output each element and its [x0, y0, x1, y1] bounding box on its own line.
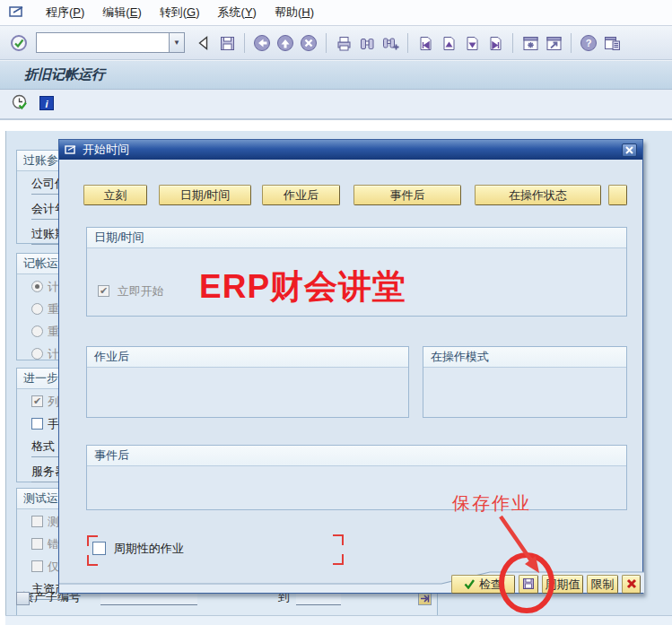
save-note-text: 保存作业 [452, 491, 531, 516]
dialog-screen-icon [65, 144, 77, 155]
after-job-button[interactable]: 作业后 [262, 185, 340, 205]
immediate-start-checkbox [98, 285, 109, 297]
status-strip [5, 615, 672, 625]
restrictions-button[interactable]: 限制 [587, 575, 618, 594]
radio-planned-run [31, 281, 43, 292]
annotation-corner-br [333, 554, 344, 565]
dialog-title-bar[interactable]: 开始时间 [59, 140, 642, 160]
dialog-title: 开始时间 [83, 142, 129, 158]
annotation-corner-tl [87, 535, 98, 546]
checkbox-error-log [31, 538, 43, 550]
sap-screen-icon [8, 4, 28, 21]
immediate-button[interactable]: 立刻 [83, 185, 147, 205]
standard-toolbar: ▼ [0, 26, 672, 60]
page-down-icon[interactable] [461, 32, 483, 54]
save-icon [522, 577, 535, 590]
start-button-extra[interactable] [608, 185, 627, 205]
checkbox-test-run [31, 516, 43, 527]
date-time-button[interactable]: 日期/时间 [159, 185, 251, 205]
at-operation-mode-button[interactable]: 在操作状态 [475, 185, 601, 205]
period-values-button[interactable]: 周期值 [542, 575, 583, 594]
command-field[interactable] [36, 32, 169, 53]
radio-unplanned-run [31, 348, 43, 360]
find-icon[interactable] [356, 32, 378, 54]
checkbox-list-assets [31, 395, 43, 407]
annotation-corner-tr [333, 534, 344, 545]
application-toolbar: i [0, 90, 672, 120]
execute-schedule-icon[interactable] [11, 93, 30, 115]
help-icon[interactable]: ? [578, 32, 599, 54]
save-job-button[interactable] [519, 575, 538, 594]
command-dropdown-icon[interactable]: ▼ [169, 32, 185, 53]
radio-restart-run [31, 326, 43, 337]
close-icon[interactable] [622, 143, 637, 157]
menu-help[interactable]: 帮助(H) [266, 2, 323, 23]
page-up-icon[interactable] [438, 32, 459, 54]
after-job-section: 作业后 [86, 346, 409, 418]
annotation-corner-bl [87, 555, 98, 566]
after-event-section: 事件后 [86, 445, 627, 510]
start-time-dialog: 开始时间 立刻 日期/时间 作业后 事件后 在操作状态 日期/时间 立即开始 作… [58, 139, 643, 594]
new-session-icon[interactable] [519, 32, 541, 54]
radio-repeat-run [31, 303, 43, 315]
first-page-icon[interactable] [415, 32, 436, 54]
last-page-icon[interactable] [484, 32, 506, 54]
menu-edit[interactable]: 编辑(E) [93, 2, 150, 23]
title-bar: 折旧记帐运行 [0, 60, 672, 90]
multiple-selection-icon [418, 592, 432, 605]
print-icon[interactable] [333, 32, 354, 54]
customize-layout-icon[interactable] [601, 32, 623, 54]
sap-window: 程序(P) 编辑(E) 转到(G) 系统(Y) 帮助(H) ▼ [0, 0, 672, 625]
nav-up-icon[interactable] [275, 32, 296, 54]
menu-bar: 程序(P) 编辑(E) 转到(G) 系统(Y) 帮助(H) [0, 0, 672, 26]
nav-back-icon[interactable] [251, 32, 273, 54]
operation-mode-section: 在操作模式 [423, 346, 627, 418]
cancel-x-icon [626, 578, 637, 589]
value-help-icon [16, 592, 30, 605]
enter-icon[interactable] [8, 32, 30, 54]
info-icon[interactable]: i [39, 96, 54, 113]
check-icon [464, 579, 476, 589]
menu-program[interactable]: 程序(P) [37, 2, 93, 23]
immediate-start-label: 立即开始 [118, 284, 164, 298]
checkbox-only [31, 560, 43, 572]
page-title: 折旧记帐运行 [24, 66, 105, 83]
check-button[interactable]: 检查 [451, 575, 515, 594]
back-icon[interactable] [193, 32, 214, 54]
watermark-text: ERP财会讲堂 [199, 265, 406, 309]
menu-goto[interactable]: 转到(G) [151, 2, 209, 23]
menu-system[interactable]: 系统(Y) [209, 2, 266, 23]
save-icon[interactable] [216, 32, 238, 54]
create-shortcut-icon[interactable] [543, 32, 564, 54]
nav-cancel-icon[interactable] [298, 32, 319, 54]
find-next-icon[interactable] [380, 32, 401, 54]
after-event-button[interactable]: 事件后 [353, 185, 461, 205]
cancel-button[interactable] [622, 575, 641, 594]
svg-text:?: ? [586, 38, 592, 48]
checkbox-manual [31, 418, 43, 430]
periodic-job-label: 周期性的作业 [114, 542, 184, 555]
